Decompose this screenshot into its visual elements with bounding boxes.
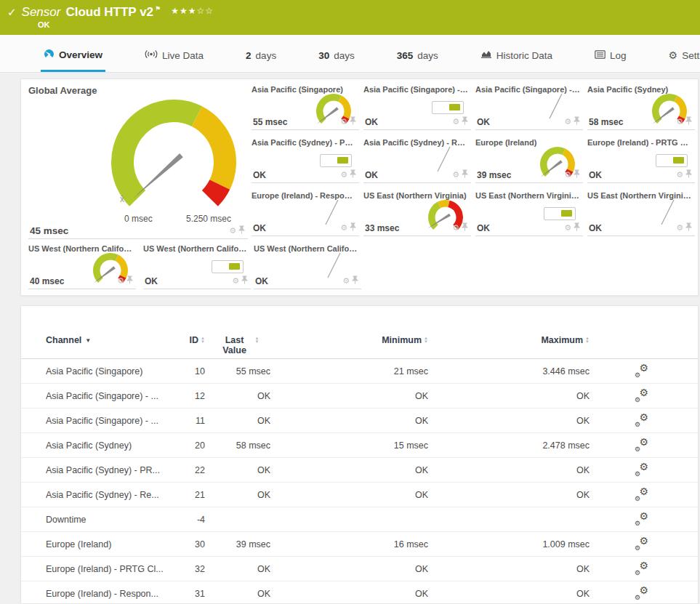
pin-icon[interactable] [574,115,580,128]
toggle-knob [337,157,348,164]
gear-icon[interactable]: ⚙ [452,171,459,179]
column-header-minimum[interactable]: Minimum▲▼ [270,335,428,358]
cell-actions[interactable]: ⚙ [342,274,358,287]
tab-log[interactable]: Log [592,50,629,72]
cell-maximum: 1.009 msec [428,539,590,549]
cell-maximum: OK [428,391,590,401]
pin-icon[interactable] [685,168,692,181]
cell-actions[interactable]: ⚙ [676,221,692,234]
gear-icon[interactable]: ⚙ [676,171,683,179]
gear-icon[interactable]: ⚙ [676,118,683,126]
gear-icon[interactable]: ⚙ [342,277,350,285]
channel-mini-cell: US West (Northern California)40 msec⚙ [28,244,136,289]
pin-icon[interactable] [685,115,692,128]
channel-mini-title: US East (Northern Virginia) - ... [475,191,583,200]
cell-minimum: OK [270,465,428,475]
cell-actions[interactable]: ⚙ [340,115,356,128]
cell-actions[interactable]: ⚙ [117,274,133,287]
channel-settings-gears-icon[interactable]: ⚙⚙ [635,537,649,549]
channel-mini-title: Asia Pacific (Singapore) - Res... [475,85,583,94]
pin-icon[interactable] [462,168,468,181]
channel-settings-gears-icon[interactable]: ⚙⚙ [635,389,649,401]
cell-actions[interactable]: ⚙ [452,115,468,128]
pin-icon[interactable] [685,221,692,234]
tab-historic-data[interactable]: Historic Data [478,49,555,72]
channel-mini-cell: Asia Pacific (Sydney) - PRTG ...OK⚙ [252,138,359,183]
ok-toggle-indicator [320,154,352,167]
cell-channel: Asia Pacific (Singapore) - ... [46,416,169,426]
tab-label: Log [610,50,627,61]
cell-actions[interactable]: ⚙ [564,168,580,181]
table-row: Asia Pacific (Singapore) - ...12OKOKOK⚙⚙ [21,384,698,408]
channel-settings-gears-icon[interactable]: ⚙⚙ [635,488,649,500]
cell-actions[interactable]: ⚙ [232,274,248,287]
cell-actions[interactable]: ⚙ [229,224,245,237]
gear-icon[interactable]: ⚙ [232,277,239,285]
tab-live-data[interactable]: Live Data [142,49,206,72]
cell-actions: ⚙⚙ [590,438,698,453]
gear-icon[interactable]: ⚙ [340,118,347,126]
column-header-id[interactable]: ID▲▼ [169,335,205,358]
channel-mini-cell: US West (Northern California)...OK⚙ [143,244,251,289]
gear-icon[interactable]: ⚙ [452,118,459,126]
channel-settings-gears-icon[interactable]: ⚙⚙ [635,414,649,426]
channel-settings-gears-icon[interactable]: ⚙⚙ [635,364,649,377]
toggle-knob [673,157,684,164]
gear-icon[interactable]: ⚙ [340,171,347,179]
pin-icon[interactable] [350,115,356,128]
channel-mini-title: US West (Northern California)... [143,244,251,253]
gear-icon[interactable]: ⚙ [452,224,459,232]
channel-mini-value: 58 msec [589,117,623,127]
pin-icon[interactable] [462,115,468,128]
cell-actions[interactable]: ⚙ [564,221,580,234]
pin-icon[interactable] [574,221,580,234]
pin-icon[interactable] [126,274,133,287]
channel-settings-gears-icon[interactable]: ⚙⚙ [635,512,649,525]
pin-icon[interactable] [350,168,356,181]
cell-actions[interactable]: ⚙ [340,168,356,181]
pin-icon[interactable] [462,221,468,234]
gear-icon[interactable]: ⚙ [676,224,683,232]
sensor-kind-label: Sensor [22,5,61,20]
pin-icon[interactable] [238,224,245,237]
cell-actions[interactable]: ⚙ [676,168,692,181]
gear-icon[interactable]: ⚙ [564,171,571,179]
channel-settings-gears-icon[interactable]: ⚙⚙ [635,463,649,475]
channel-settings-gears-icon[interactable]: ⚙⚙ [635,587,649,599]
cell-actions[interactable]: ⚙ [452,168,468,181]
channel-mini-cell: Europe (Ireland) - Response C...OK⚙ [252,191,359,236]
channel-mini-title: Asia Pacific (Singapore) - PR... [363,85,471,94]
pin-icon[interactable] [352,274,358,287]
channel-settings-gears-icon[interactable]: ⚙⚙ [635,562,649,574]
cell-id: 21 [169,490,205,500]
column-header-label: ID [190,335,199,345]
tab-overview[interactable]: Overview [41,49,105,72]
cell-actions[interactable]: ⚙ [340,221,356,234]
column-header-maximum[interactable]: Maximum▲▼ [428,335,590,358]
cell-actions[interactable]: ⚙ [452,221,468,234]
cell-actions: ⚙⚙ [590,463,698,478]
cell-last-value: OK [205,589,270,599]
tab-2-days[interactable]: 2days [243,50,279,72]
gear-icon[interactable]: ⚙ [564,224,571,232]
channel-settings-gears-icon[interactable]: ⚙⚙ [635,438,649,451]
pin-icon[interactable] [241,274,248,287]
gear-icon[interactable]: ⚙ [229,227,236,235]
gear-icon[interactable]: ⚙ [340,224,347,232]
gauge-scale-min: 0 msec [124,214,153,224]
column-header-last-value[interactable]: Last Value▲▼ [205,335,270,358]
table-row: Asia Pacific (Sydney) - Re...21OKOKOK⚙⚙ [21,483,698,507]
pin-icon[interactable] [574,168,580,181]
tab-365-days[interactable]: 365days [394,50,441,72]
tab-settings[interactable]: ⚙Settings [666,49,700,72]
gear-icon[interactable]: ⚙ [117,277,124,285]
column-header-channel[interactable]: Channel▼ [46,335,169,358]
cell-actions[interactable]: ⚙ [564,115,580,128]
cell-actions[interactable]: ⚙ [676,115,692,128]
cell-id: 10 [169,366,205,377]
priority-stars[interactable]: ★★★☆☆ [171,6,214,16]
pin-icon[interactable] [350,221,356,234]
settings-icon: ⚙ [669,49,678,61]
gear-icon[interactable]: ⚙ [564,118,571,126]
tab-30-days[interactable]: 30days [315,50,358,72]
